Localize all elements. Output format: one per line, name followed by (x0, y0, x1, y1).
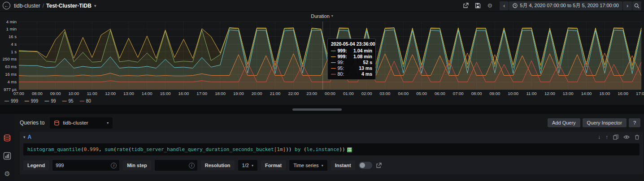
chevron-down-icon: ▾ (107, 121, 109, 125)
time-range-button[interactable]: 5月 4, 2020 07:00:00 to 5月 5, 2020 17:00:… (509, 1, 622, 10)
external-link-icon[interactable] (376, 163, 382, 168)
query-options-row: Legend i Min step i Resolution 1/2 ▾ For… (20, 156, 643, 174)
x-axis-label: 16:00 (618, 91, 628, 96)
x-axis-label: 08:00 (32, 91, 43, 96)
instant-toggle[interactable] (359, 162, 372, 169)
editor-header-actions: Add Query Query Inspector ? (548, 118, 640, 127)
datasource-picker[interactable]: tidb-cluster ▾ (50, 117, 113, 129)
clock-icon (513, 3, 518, 8)
time-back-icon[interactable]: ‹ (500, 1, 509, 10)
delete-query-trash-icon[interactable] (635, 134, 640, 140)
share-icon[interactable] (461, 2, 470, 10)
panel-editor: ⚙ Queries to tidb-cluster ▾ Add Query Qu… (0, 114, 644, 181)
x-axis-label: 16:00 (178, 91, 189, 96)
query-inspector-button[interactable]: Query Inspector (583, 118, 627, 127)
breadcrumb-folder[interactable]: tidb-cluster (14, 3, 40, 9)
chevron-down-icon[interactable]: ▾ (94, 4, 96, 8)
y-axis-label: 16 s (9, 34, 17, 39)
x-axis-label: 09:00 (50, 91, 61, 96)
chevron-down-icon: ▾ (252, 164, 253, 168)
horizontal-scrollbar[interactable] (292, 108, 342, 111)
legend-item[interactable]: —999 (4, 99, 18, 103)
metrics-browser-icon[interactable] (347, 147, 352, 152)
x-axis-label: 06:00 (435, 91, 445, 96)
editor-tabstrip: ⚙ (0, 114, 14, 181)
x-axis-label: 08:00 (471, 91, 482, 96)
query-token: , (99, 147, 104, 152)
back-icon[interactable]: ← (3, 2, 10, 9)
x-axis-label: 12:00 (544, 91, 555, 96)
x-axis-label: 02:00 (361, 91, 372, 96)
duration-chart[interactable]: 4 min1 min16 s4 s1 s250 ms63 ms16 ms4 ms… (0, 19, 644, 97)
legend-item[interactable]: —95 (62, 99, 74, 103)
y-axis-label: 4 s (11, 42, 17, 47)
x-axis-label: 04:00 (398, 91, 409, 96)
legend-item[interactable]: —80 (80, 99, 91, 103)
legend-input[interactable] (52, 160, 111, 170)
query-token: by (295, 147, 300, 152)
datasource-icon (54, 120, 60, 126)
y-axis-label: 250 ms (3, 56, 17, 61)
toggle-knob (360, 163, 365, 168)
panel-title[interactable]: Duration ▾ (0, 12, 644, 19)
duplicate-query-icon[interactable] (613, 134, 618, 140)
resolution-select[interactable]: 1/2 ▾ (238, 160, 257, 171)
x-axis-label: 21:00 (270, 91, 281, 96)
move-query-down-icon[interactable]: ↓ (598, 134, 600, 140)
move-query-up-icon[interactable]: ↑ (605, 134, 608, 140)
panel-divider (0, 105, 644, 114)
chart-area: 4 min1 min16 s4 s1 s250 ms63 ms16 ms4 ms… (0, 19, 644, 97)
breadcrumb: tidb-cluster / Test-Cluster-TiDB ▾ (14, 3, 96, 9)
x-axis-label: 20:00 (252, 91, 262, 96)
x-axis-label: 10:00 (69, 91, 79, 96)
navbar-actions: ⚙ ‹ 5月 4, 2020 07:00:00 to 5月 5, 2020 17… (461, 1, 641, 10)
min-step-input[interactable] (155, 160, 189, 170)
min-step-label: Min step (123, 160, 151, 170)
x-axis-label: 01:00 (343, 91, 354, 96)
legend-input-wrap: i (52, 160, 119, 171)
x-axis-label: 11:00 (87, 91, 97, 96)
promql-expression: histogram_quantile(0.999, sum(rate(tidb_… (27, 147, 345, 152)
x-axis-label: 00:00 (325, 91, 335, 96)
query-token: 0.999 (84, 147, 99, 152)
editor-header: Queries to tidb-cluster ▾ Add Query Quer… (14, 114, 644, 129)
x-axis-label: 17:00 (636, 91, 644, 96)
general-tab-icon[interactable]: ⚙ (3, 169, 12, 178)
legend-item[interactable]: —999 (25, 99, 39, 103)
x-axis-label: 10:00 (508, 91, 518, 96)
time-forward-icon[interactable]: › (623, 1, 632, 10)
query-row-actions: ↓ ↑ (598, 134, 640, 140)
add-query-button[interactable]: Add Query (548, 118, 580, 127)
visualization-tab-icon[interactable] (3, 151, 12, 160)
gear-icon[interactable]: ⚙ (485, 2, 495, 10)
query-token: le,instance (307, 147, 339, 152)
y-axis-label: 16 ms (5, 72, 17, 77)
min-step-info-icon[interactable]: i (189, 163, 195, 168)
help-button[interactable]: ? (629, 118, 640, 127)
zoom-out-icon[interactable] (632, 1, 641, 10)
promql-editor[interactable]: histogram_quantile(0.999, sum(rate(tidb_… (23, 143, 640, 155)
disable-query-eye-icon[interactable] (623, 135, 630, 139)
collapse-caret-icon[interactable]: ▾ (23, 135, 26, 139)
query-ref-id[interactable]: A (28, 134, 32, 140)
chevron-down-icon: ▾ (322, 164, 323, 168)
x-axis-label: 19:00 (233, 91, 244, 96)
query-token: sum (104, 147, 113, 152)
datasource-name: tidb-cluster (63, 120, 104, 125)
panel-title-text: Duration (311, 13, 330, 19)
format-select[interactable]: Time series ▾ (289, 160, 327, 171)
breadcrumb-dashboard[interactable]: Test-Cluster-TiDB (46, 3, 91, 9)
legend-item[interactable]: —99 (44, 99, 56, 103)
x-axis-label: 13:00 (563, 91, 574, 96)
format-label: Format (261, 160, 286, 170)
save-icon[interactable] (473, 2, 483, 10)
queries-tab-icon[interactable] (3, 134, 12, 142)
query-token: )) (339, 147, 345, 152)
legend-info-icon[interactable]: i (111, 163, 117, 168)
x-axis-label: 11:00 (527, 91, 537, 96)
x-axis-label: 12:00 (105, 91, 116, 96)
query-token: tidb_server_handle_query_duration_second… (131, 147, 274, 152)
x-axis-label: 14:00 (581, 91, 592, 96)
resolution-value: 1/2 (242, 163, 249, 168)
min-step-input-wrap: i (155, 160, 197, 171)
